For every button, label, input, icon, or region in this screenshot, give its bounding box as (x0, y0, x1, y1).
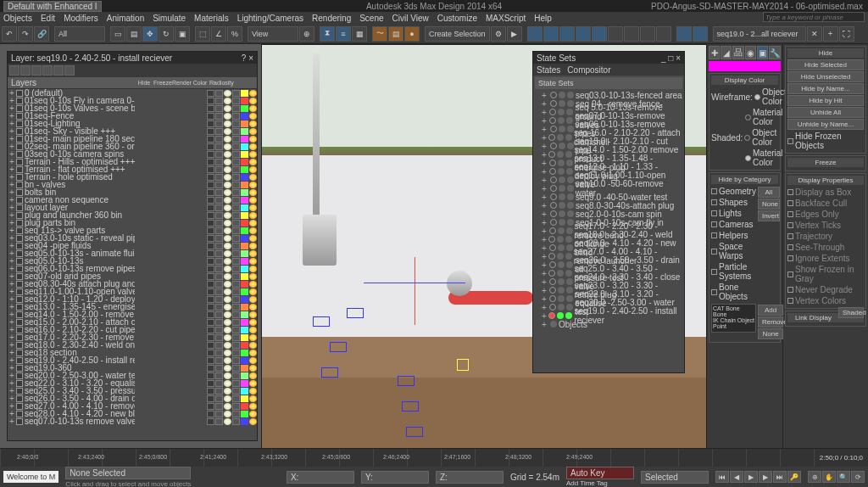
menu-scene[interactable]: Scene (359, 14, 383, 23)
menu-customize[interactable]: Customize (437, 14, 477, 23)
layer-tool-3[interactable] (31, 65, 42, 76)
goto-start-icon[interactable]: ⏮ (715, 471, 729, 483)
tab-motion-icon[interactable]: ◉ (745, 46, 756, 59)
cb-shapes[interactable] (711, 199, 717, 205)
layer-icon[interactable]: ▦ (352, 26, 367, 42)
menu-rendering[interactable]: Rendering (312, 14, 351, 23)
col-hide[interactable]: Hide (135, 80, 153, 86)
tab-utilities-icon[interactable]: 🔧 (769, 46, 781, 59)
close-tab-icon[interactable]: ✕ (807, 26, 822, 42)
timeline[interactable]: 2:40;0/02:43;24002:45;0/8002:41;24002:43… (0, 448, 868, 467)
render-setup-icon[interactable]: ⚙ (491, 26, 506, 42)
app-dropdown[interactable]: Default with Enhanced I (3, 1, 102, 12)
tab-dropdown[interactable]: seq19.0 - 2...all reciever (713, 26, 806, 42)
nav-4-icon[interactable]: ⟳ (851, 471, 865, 483)
col-layers[interactable]: Layers (8, 78, 135, 87)
cb-helpers[interactable] (711, 232, 717, 238)
menu-help[interactable]: Help (534, 14, 552, 23)
render-frame-icon[interactable]: ▶ (507, 26, 522, 42)
cb-spacewarps[interactable] (711, 249, 717, 255)
menu-simulate[interactable]: Simulate (153, 14, 186, 23)
schematic-icon[interactable]: ▤ (388, 26, 403, 42)
coord-y[interactable]: Y: (361, 471, 429, 484)
dp-row[interactable]: Ignore Extents (787, 253, 864, 264)
layer-row[interactable]: +seq07.0-10-13s remove valves (8, 417, 257, 425)
selection-filter[interactable]: All (54, 26, 105, 42)
coord-x[interactable]: X: (287, 471, 354, 484)
dp-row[interactable]: Display as Box (787, 187, 864, 198)
t11-icon[interactable] (693, 26, 708, 42)
t1-icon[interactable] (527, 26, 542, 42)
scale-icon[interactable]: ▣ (175, 26, 190, 42)
dp-row[interactable]: Vertex Colors (787, 295, 864, 306)
rb-wire-mat[interactable] (745, 115, 751, 120)
state-row[interactable]: +seq2.0-0-10s-cam spin (535, 210, 682, 218)
btn-unhide-all[interactable]: Unhide All (787, 107, 864, 118)
btn-hide-selected[interactable]: Hide Selected (787, 59, 864, 70)
col-radiosity[interactable]: Radiosity (209, 80, 228, 86)
coord-z[interactable]: Z: (436, 471, 504, 484)
tab-modify-icon[interactable]: ◢ (721, 46, 732, 59)
menu-modifiers[interactable]: Modifiers (64, 14, 98, 23)
layer-tool-6[interactable] (64, 65, 75, 76)
dp-row[interactable]: See-Through (787, 242, 864, 253)
state-close-icon[interactable]: _ □ × (661, 53, 681, 63)
btn-hide-unselected[interactable]: Hide Unselected (787, 71, 864, 82)
color-swatch[interactable] (709, 61, 781, 71)
tab-compositor[interactable]: Compositor (567, 65, 610, 75)
pivot-icon[interactable]: ⊕ (299, 26, 314, 42)
material-icon[interactable]: ● (404, 26, 420, 42)
layer-tool-1[interactable] (9, 65, 19, 76)
snap-icon[interactable]: ⬚ (195, 26, 210, 42)
btn-hide-name[interactable]: Hide by Name... (787, 83, 864, 94)
btn-none2[interactable]: None (758, 328, 783, 339)
create-selection-dropdown[interactable]: Create Selection (425, 26, 490, 42)
t7-icon[interactable] (624, 26, 639, 42)
curve-editor-icon[interactable]: 〜 (372, 26, 387, 42)
next-frame-icon[interactable]: ▶ (759, 471, 772, 483)
panel-close-icon[interactable]: ? × (242, 53, 253, 63)
add-tab-icon[interactable]: ＋ (823, 26, 838, 42)
tab-hierarchy-icon[interactable]: 品 (732, 46, 743, 59)
dp-row[interactable]: Edges Only (787, 209, 864, 220)
btn-invert[interactable]: Invert (758, 210, 780, 221)
dp-row[interactable]: Vertex Ticks (787, 220, 864, 231)
t9-icon[interactable] (656, 26, 671, 42)
layer-tool-4[interactable] (42, 65, 53, 76)
cb-geometry[interactable] (711, 188, 717, 194)
state-row[interactable]: +seq9.0 -40-50-water test (535, 193, 682, 201)
autokey-button[interactable]: Auto Key (566, 467, 634, 479)
dp-row[interactable]: Trajectory (787, 231, 864, 242)
btn-unhide-name[interactable]: Unhide by Name... (787, 119, 864, 130)
play-icon[interactable]: ▶ (744, 471, 758, 483)
key-mode-icon[interactable]: 🔑 (787, 471, 801, 483)
layer-tool-2[interactable] (20, 65, 31, 76)
rb-shaded-mat[interactable] (745, 155, 751, 161)
menu-materials[interactable]: Materials (194, 14, 229, 23)
link-icon[interactable]: 🔗 (34, 26, 49, 42)
state-row[interactable]: +seq10.0 -50-60-remove water (535, 184, 682, 193)
cb-cameras[interactable] (711, 221, 717, 227)
select-name-icon[interactable]: ▤ (126, 26, 142, 42)
rb-wire-obj[interactable] (754, 94, 760, 100)
state-row[interactable]: +seq19.0 - 2.40-2.50 - install reciever (535, 311, 682, 320)
cb-bone[interactable] (711, 289, 717, 295)
dp-row[interactable]: Backface Cull (787, 198, 864, 209)
expand-icon[interactable]: ⛶ (839, 26, 854, 42)
prev-frame-icon[interactable]: ◀ (730, 471, 743, 483)
move-icon[interactable]: ✥ (142, 26, 158, 42)
rotate-icon[interactable]: ↻ (159, 26, 174, 42)
tab-display-icon[interactable]: ▣ (757, 46, 768, 59)
layer-tool-5[interactable] (53, 65, 64, 76)
t10-icon[interactable] (676, 26, 692, 42)
btn-remove[interactable]: Remove (758, 316, 783, 327)
selection-mode[interactable]: Selected (641, 471, 709, 484)
btn-none[interactable]: None (758, 199, 780, 210)
t2-icon[interactable] (543, 26, 559, 42)
cb-hide-frozen[interactable] (787, 138, 793, 144)
btn-all[interactable]: All (758, 187, 780, 198)
add-time-tag[interactable]: Add Time Tag (566, 479, 634, 487)
t4-icon[interactable] (576, 26, 591, 42)
nav-1-icon[interactable]: ⊕ (808, 471, 821, 483)
goto-end-icon[interactable]: ⏭ (773, 471, 787, 483)
